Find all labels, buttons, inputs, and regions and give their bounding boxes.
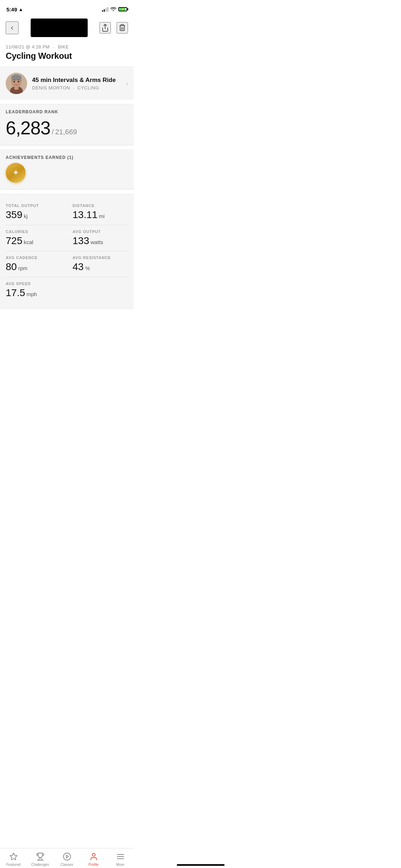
svg-point-11 <box>14 81 15 82</box>
stat-calories: CALORIES 725kcal <box>6 225 67 251</box>
stats-section: TOTAL OUTPUT 359kj DISTANCE 13.11mi CALO… <box>0 194 134 309</box>
stat-value-avg-output: 133watts <box>73 235 128 247</box>
stat-label-calories: CALORIES <box>6 229 61 234</box>
achievements-title: ACHIEVEMENTS EARNED (1) <box>6 155 128 160</box>
stat-value-distance: 13.11mi <box>73 209 128 221</box>
svg-point-8 <box>11 74 21 80</box>
stat-label-avg-output: AVG OUTPUT <box>73 229 128 234</box>
battery-icon: ⚡ <box>118 7 127 11</box>
stat-value-avg-speed: 17.5mph <box>6 287 122 299</box>
stat-value-total-output: 359kj <box>6 209 61 221</box>
stat-distance: DISTANCE 13.11mi <box>67 199 128 225</box>
achievements-section: ACHIEVEMENTS EARNED (1) ✦ <box>0 150 134 190</box>
wifi-icon <box>110 6 116 12</box>
rank-value: 6,283 <box>6 117 50 139</box>
stat-label-total-output: TOTAL OUTPUT <box>6 203 61 208</box>
dot-separator: · <box>53 44 55 50</box>
svg-point-12 <box>18 81 20 82</box>
stat-total-output: TOTAL OUTPUT 359kj <box>6 199 67 225</box>
header-title-redacted <box>31 19 88 37</box>
class-card[interactable]: 45 min Intervals & Arms Ride DENIS MORTO… <box>0 67 134 100</box>
stat-value-avg-cadence: 80rpm <box>6 261 61 273</box>
header-actions <box>99 22 128 33</box>
stat-label-avg-resistance: AVG RESISTANCE <box>73 255 128 260</box>
leaderboard-section: LEADERBOARD RANK 6,283 / 21,669 <box>0 104 134 145</box>
svg-rect-9 <box>11 77 12 82</box>
stat-avg-speed: AVG SPEED 17.5mph <box>6 277 128 303</box>
stat-avg-cadence: AVG CADENCE 80rpm <box>6 251 67 277</box>
stat-avg-output: AVG OUTPUT 133watts <box>67 225 128 251</box>
stat-value-calories: 725kcal <box>6 235 61 247</box>
class-name: 45 min Intervals & Arms Ride <box>32 76 116 84</box>
status-bar: 5:49 ▲ ⚡ <box>0 0 134 16</box>
rank-divider: / <box>52 128 54 136</box>
svg-rect-10 <box>20 77 21 82</box>
header-nav: ‹ <box>0 16 134 41</box>
rank-total: 21,669 <box>55 128 77 136</box>
signal-bars <box>102 7 108 12</box>
leaderboard-rank: 6,283 / 21,669 <box>6 117 128 139</box>
stat-avg-resistance: AVG RESISTANCE 43% <box>67 251 128 277</box>
leaderboard-title: LEADERBOARD RANK <box>6 109 128 114</box>
spacer-bottom <box>0 309 134 341</box>
battery-bolt: ⚡ <box>121 7 125 11</box>
delete-button[interactable] <box>117 22 128 33</box>
status-icons: ⚡ <box>102 6 127 12</box>
instructor-line: DENIS MORTON · CYCLING <box>32 85 116 91</box>
achievement-badge: ✦ <box>6 163 26 183</box>
share-button[interactable] <box>99 22 111 33</box>
back-button[interactable]: ‹ <box>6 21 19 34</box>
workout-date: 11/08/21 @ 4:28 PM · BIKE <box>6 44 128 50</box>
svg-rect-1 <box>120 26 124 31</box>
workout-meta: 11/08/21 @ 4:28 PM · BIKE Cycling Workou… <box>0 41 134 62</box>
location-icon: ▲ <box>19 7 23 12</box>
stat-label-avg-cadence: AVG CADENCE <box>6 255 61 260</box>
class-info: 45 min Intervals & Arms Ride DENIS MORTO… <box>32 76 116 91</box>
status-time: 5:49 ▲ <box>6 6 23 12</box>
chevron-right-icon: › <box>126 80 128 87</box>
stat-label-avg-speed: AVG SPEED <box>6 281 122 286</box>
star-icon: ✦ <box>12 168 19 177</box>
stats-grid: TOTAL OUTPUT 359kj DISTANCE 13.11mi CALO… <box>6 199 128 303</box>
class-card-left: 45 min Intervals & Arms Ride DENIS MORTO… <box>6 73 116 94</box>
instructor-avatar <box>6 73 27 94</box>
stat-value-avg-resistance: 43% <box>73 261 128 273</box>
workout-title: Cycling Workout <box>6 51 128 61</box>
stat-label-distance: DISTANCE <box>73 203 128 208</box>
